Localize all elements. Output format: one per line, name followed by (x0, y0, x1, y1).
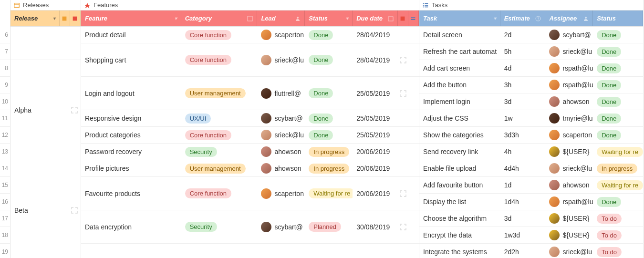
status-column-header[interactable]: Status ▾ (305, 10, 353, 26)
task-assignee-cell[interactable]: scybart@ (545, 30, 593, 40)
task-row[interactable]: Enable file upload4d4hsrieck@luIn progre… (419, 160, 643, 177)
feature-status-cell[interactable]: Waiting for re (305, 188, 353, 198)
feature-row[interactable]: Shopping cartCore functionsrieck@luDone2… (81, 43, 419, 77)
task-status-cell[interactable]: Done (593, 80, 643, 90)
task-row[interactable]: Adjust the CSS1wtmyrie@luDone (419, 110, 643, 127)
feature-name-cell[interactable]: Product detail (81, 31, 181, 39)
feature-category-cell[interactable]: Core function (181, 130, 258, 140)
release-link-header-2[interactable] (70, 10, 81, 26)
lead-column-header[interactable]: Lead (257, 10, 305, 26)
task-estimate-cell[interactable]: 3d3h (500, 131, 546, 139)
release-row[interactable]: Alpha (10, 60, 81, 160)
task-status-cell[interactable]: Waiting for re (593, 147, 643, 157)
feature-category-cell[interactable]: User management (181, 164, 258, 174)
feature-column-header[interactable]: Feature ▾ (81, 10, 181, 26)
task-assignee-cell[interactable]: ${USER} (545, 230, 593, 240)
task-row[interactable]: Encrypt the data1w3d${USER}To do (419, 227, 643, 244)
expand-icon[interactable] (71, 106, 78, 114)
task-name-cell[interactable]: Add cart screen (419, 64, 500, 72)
task-status-cell[interactable]: Done (593, 197, 643, 207)
sort-icon[interactable]: ▾ (53, 16, 55, 21)
task-name-cell[interactable]: Integrate the systems (419, 248, 500, 256)
task-assignee-cell[interactable]: ahowson (545, 96, 593, 107)
feature-category-cell[interactable]: Security (181, 147, 258, 157)
task-name-cell[interactable]: Refresh the cart automat (419, 48, 500, 55)
task-assignee-cell[interactable]: ${USER} (545, 213, 593, 224)
task-row[interactable]: Implement login3dahowsonDone (419, 93, 643, 110)
feature-row[interactable]: Login and logoutUser managementfluttrell… (81, 77, 419, 110)
release-link-header-1[interactable] (60, 10, 70, 26)
task-name-cell[interactable]: Show the categories (419, 131, 500, 139)
task-assignee-cell[interactable]: rspath@lu (545, 63, 593, 73)
task-status-cell[interactable]: To do (593, 247, 643, 257)
feature-due-cell[interactable]: 30/08/2019 (353, 223, 398, 231)
task-status-cell[interactable]: In progress (593, 164, 643, 174)
task-name-cell[interactable]: Enable file upload (419, 165, 500, 172)
feature-row[interactable]: Responsive designUX/UIscybart@Done25/05/… (81, 110, 419, 127)
feature-link-header-1[interactable] (398, 10, 408, 26)
task-estimate-cell[interactable]: 3h (500, 81, 546, 89)
task-estimate-cell[interactable]: 2d2h (500, 248, 546, 256)
assignee-column-header[interactable]: Assignee (545, 10, 593, 26)
expand-icon[interactable] (399, 190, 407, 197)
feature-category-cell[interactable]: Core function (181, 55, 258, 65)
task-name-cell[interactable]: Detail screen (419, 31, 500, 39)
feature-row[interactable]: Password recoverySecurityahowsonIn progr… (81, 144, 419, 160)
feature-category-cell[interactable]: User management (181, 88, 258, 98)
task-estimate-cell[interactable]: 1d4h (500, 198, 546, 206)
release-row[interactable] (10, 27, 81, 60)
estimate-column-header[interactable]: Estimate (500, 10, 546, 26)
expand-icon[interactable] (399, 90, 407, 97)
task-estimate-cell[interactable]: 1w3d (500, 231, 546, 239)
task-status-cell[interactable]: Waiting for re (593, 180, 643, 190)
feature-lead-cell[interactable]: ahowson (257, 146, 305, 157)
task-status-cell[interactable]: Done (593, 63, 643, 73)
release-name-cell[interactable]: Alpha (10, 106, 71, 114)
task-estimate-cell[interactable]: 5h (500, 48, 546, 55)
expand-icon[interactable] (71, 206, 78, 214)
task-assignee-cell[interactable]: ${USER} (545, 146, 593, 157)
task-estimate-cell[interactable]: 4h (500, 148, 546, 155)
feature-lead-cell[interactable]: scaperton (257, 30, 305, 40)
sort-icon[interactable]: ▾ (175, 16, 177, 21)
feature-category-cell[interactable]: Security (181, 222, 258, 232)
feature-lead-cell[interactable]: srieck@lu (257, 55, 305, 65)
feature-status-cell[interactable]: Done (305, 130, 353, 140)
expand-icon[interactable] (399, 223, 407, 231)
feature-name-cell[interactable]: Data encryption (81, 223, 181, 231)
task-status-cell[interactable]: Done (593, 97, 643, 107)
task-row[interactable]: Show the categories3d3hscapertonDone (419, 127, 643, 144)
task-row[interactable]: Display the list1d4hrspath@luDone (419, 194, 643, 210)
feature-due-cell[interactable]: 20/06/2019 (353, 165, 398, 172)
feature-lead-cell[interactable]: scybart@ (257, 113, 305, 124)
task-row[interactable]: Refresh the cart automat5hsrieck@luDone (419, 43, 643, 60)
feature-due-cell[interactable]: 25/05/2019 (353, 131, 398, 139)
task-row[interactable]: Add cart screen4drspath@luDone (419, 60, 643, 77)
task-name-cell[interactable]: Choose the algorithm (419, 215, 500, 222)
feature-row[interactable]: Favourite productsCore functionscaperton… (81, 177, 419, 210)
task-estimate-cell[interactable]: 4d4h (500, 165, 546, 172)
task-row[interactable]: Choose the algorithm3d${USER}To do (419, 210, 643, 227)
task-name-cell[interactable]: Display the list (419, 198, 500, 206)
task-name-cell[interactable]: Encrypt the data (419, 231, 500, 239)
task-status-cell[interactable]: Done (593, 30, 643, 40)
task-status-cell[interactable]: Done (593, 47, 643, 57)
task-name-cell[interactable]: Add the button (419, 81, 500, 89)
feature-due-cell[interactable]: 25/05/2019 (353, 90, 398, 97)
task-status-cell[interactable]: Done (593, 130, 643, 140)
feature-category-cell[interactable]: Core function (181, 30, 258, 40)
sort-icon[interactable]: ▾ (494, 16, 496, 21)
task-row[interactable]: Add the button3hrspath@luDone (419, 77, 643, 93)
feature-name-cell[interactable]: Favourite products (81, 190, 181, 197)
feature-status-cell[interactable]: Done (305, 88, 353, 98)
feature-link-cell[interactable] (398, 190, 408, 197)
feature-status-cell[interactable]: In progress (305, 164, 353, 174)
feature-due-cell[interactable]: 25/05/2019 (353, 114, 398, 122)
release-column-header[interactable]: Release ▾ (10, 10, 60, 26)
feature-status-cell[interactable]: Done (305, 55, 353, 65)
task-status-cell[interactable]: To do (593, 230, 643, 240)
task-row[interactable]: Add favourite button1dahowsonWaiting for… (419, 177, 643, 194)
feature-name-cell[interactable]: Login and logout (81, 90, 181, 97)
feature-row[interactable]: Product detailCore functionscapertonDone… (81, 27, 419, 43)
task-name-cell[interactable]: Implement login (419, 98, 500, 105)
